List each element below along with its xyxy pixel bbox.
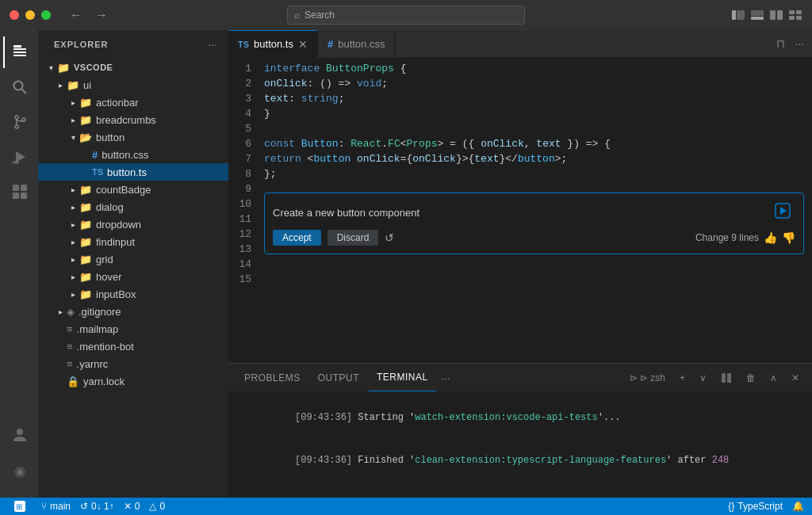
sync-icon: ↺ [80,501,88,512]
source-control-activity-icon[interactable] [3,106,35,138]
svg-rect-30 [722,373,726,383]
tree-item-actionbar[interactable]: ▸ 📁 actionbar [38,93,228,111]
close-button[interactable] [10,10,19,20]
svg-rect-31 [727,373,731,383]
customize-layout-button[interactable] [788,8,802,22]
tab-button-ts[interactable]: TS button.ts ✕ [228,30,318,58]
code-line-1: 1 interface ButtonProps { [228,61,812,76]
status-bell[interactable]: 🔔 [792,501,804,512]
status-errors[interactable]: ✕ 0 [124,501,140,512]
svg-rect-7 [796,10,802,14]
code-editor[interactable]: 1 interface ButtonProps { 2 onClick: () … [228,58,812,363]
maximize-button[interactable] [41,10,51,20]
status-branch[interactable]: ⑂ main [41,501,71,512]
tree-item-dialog[interactable]: ▸ 📁 dialog [38,198,228,216]
svg-rect-4 [770,10,776,20]
search-activity-icon[interactable] [3,71,35,103]
extensions-activity-icon[interactable] [3,176,35,208]
tree-item-button-ts[interactable]: TS button.ts [38,163,228,181]
settings-activity-icon[interactable] [3,456,35,488]
tree-item-mailmap[interactable]: ≡ .mailmap [38,320,228,338]
editor-layout-button[interactable] [769,8,783,22]
activity-bar [0,30,38,498]
panel-toggle-button[interactable] [750,8,764,22]
status-bar: ⊞ ⑂ main ↺ 0↓ 1↑ ✕ 0 △ 0 {} TypeScript 🔔 [0,498,812,515]
panel-tab-problems[interactable]: PROBLEMS [236,364,308,391]
svg-rect-5 [777,10,783,20]
terminal-trash-button[interactable]: 🗑 [741,371,760,385]
titlebar: ← → ⌕ Search [0,0,812,30]
ai-send-button[interactable] [770,201,795,223]
tab-button-css[interactable]: # button.css [318,30,396,58]
search-icon: ⌕ [294,10,300,21]
svg-rect-8 [789,16,795,20]
tab-label-button-css: button.css [338,38,385,50]
tree-item-ui[interactable]: ▸ 📁 ui [38,76,228,93]
search-bar[interactable]: ⌕ Search [287,6,525,25]
status-remote-button[interactable]: ⊞ [8,498,32,515]
terminal-add-button[interactable]: + [675,371,690,385]
tree-label-dropdown: dropdown [96,219,141,231]
mention-file-icon: ≡ [67,341,73,353]
minimize-button[interactable] [25,10,35,20]
status-sync[interactable]: ↺ 0↓ 1↑ [80,501,114,512]
account-activity-icon[interactable] [3,418,35,450]
forward-button[interactable]: → [92,6,111,24]
terminal-dropdown-button[interactable]: ∨ [695,371,711,385]
tab-close-button-ts[interactable]: ✕ [298,39,308,50]
status-language[interactable]: {} TypeScript [728,501,783,512]
terminal-close-button[interactable]: ✕ [787,371,804,385]
ai-accept-button[interactable]: Accept [273,230,321,246]
ai-thumbdown-button[interactable]: 👎 [782,231,795,244]
explorer-activity-icon[interactable] [3,36,35,68]
tree-item-vscode[interactable]: ▾ 📁 VSCODE [38,59,228,76]
tree-item-grid[interactable]: ▸ 📁 grid [38,250,228,268]
split-editor-button[interactable]: ⊓ [773,36,788,52]
back-button[interactable]: ← [67,6,86,24]
tree-item-mention-bot[interactable]: ≡ .mention-bot [38,338,228,355]
tree-label-inputbox: inputBox [96,288,136,300]
arrow-button: ▾ [67,133,79,142]
svg-point-17 [15,125,18,128]
tree-item-yarnrc[interactable]: ≡ .yarnrc [38,355,228,372]
ai-thumbup-button[interactable]: 👍 [764,231,777,244]
tree-item-yarn-lock[interactable]: 🔒 yarn.lock [38,372,228,390]
ai-refresh-button[interactable]: ↺ [385,231,394,244]
sidebar-header: EXPLORER ··· [38,30,228,59]
chevron-up-icon: ∧ [770,372,777,383]
tree-item-inputbox[interactable]: ▸ 📁 inputBox [38,285,228,303]
ai-discard-button[interactable]: Discard [327,230,379,246]
code-line-8: 8 }; [228,166,812,181]
svg-marker-20 [16,151,25,162]
terminal-split-button[interactable] [716,371,737,385]
code-line-5: 5 [228,121,812,136]
terminal-maximize-button[interactable]: ∧ [765,371,782,385]
tree-item-hover[interactable]: ▸ 📁 hover [38,268,228,285]
sidebar-toggle-button[interactable] [731,8,745,22]
run-activity-icon[interactable] [3,141,35,173]
branch-name: main [50,501,71,512]
sidebar-more-button[interactable]: ··· [206,36,219,52]
ai-prompt-overlay: Create a new button component Accept Dis… [264,193,804,254]
traffic-lights [10,10,51,20]
code-line-3: 3 text: string; [228,91,812,106]
mailmap-file-icon: ≡ [67,323,73,335]
tree-item-button-css[interactable]: # button.css [38,146,228,163]
panel-more-button[interactable]: ··· [438,370,454,386]
svg-rect-21 [13,161,19,164]
tree-item-gitignore[interactable]: ▸ ◈ .gitignore [38,303,228,320]
panel-tab-output[interactable]: OUTPUT [310,364,367,391]
navigation-arrows: ← → [67,6,111,24]
terminal-shell-button[interactable]: ⊳ ⊳ zsh [625,371,670,385]
tree-item-countbadge[interactable]: ▸ 📁 countBadge [38,181,228,198]
tree-item-breadcrumbs[interactable]: ▸ 📁 breadcrumbs [38,111,228,128]
panel-tab-terminal[interactable]: TERMINAL [369,364,436,391]
tree-item-dropdown[interactable]: ▸ 📁 dropdown [38,216,228,233]
code-line-2: 2 onClick: () => void; [228,76,812,91]
status-warnings[interactable]: △ 0 [149,501,165,512]
svg-rect-13 [13,55,26,56]
tab-more-button[interactable]: ··· [791,36,807,52]
main-layout: EXPLORER ··· ▾ 📁 VSCODE ▸ 📁 ui ▸ 📁 [0,30,812,498]
tree-item-button[interactable]: ▾ 📂 button [38,128,228,146]
tree-item-findinput[interactable]: ▸ 📁 findinput [38,233,228,250]
